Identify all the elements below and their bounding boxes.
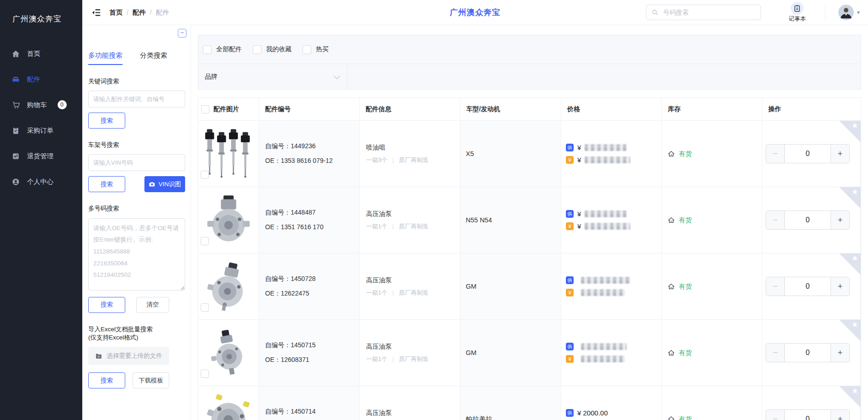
vin-search-button[interactable]: 搜索: [88, 176, 125, 192]
vin-search-label: 车架号搜索: [88, 141, 185, 149]
download-template-button[interactable]: 下载模板: [133, 372, 169, 388]
favorite-ribbon[interactable]: [839, 187, 861, 209]
search-filter-panel: − 多功能搜索 分类搜索 关键词搜索 搜索 车架号搜索 搜索 VIN识图 多号码…: [82, 25, 191, 420]
excel-search-button[interactable]: 搜索: [88, 372, 125, 388]
model-engine: N55 N54: [466, 216, 557, 224]
pack-spec: 一箱1个: [366, 289, 387, 297]
decrease-button[interactable]: −: [766, 344, 784, 362]
vin-input[interactable]: [88, 154, 185, 171]
filter-my-favorites[interactable]: 我的收藏: [253, 45, 292, 54]
clear-button[interactable]: 清空: [136, 297, 169, 313]
user-menu[interactable]: ▾: [838, 5, 860, 20]
warehouse-icon: [667, 349, 675, 357]
keyword-search-input[interactable]: [88, 91, 185, 108]
quantity-input[interactable]: [784, 344, 831, 362]
row-checkbox[interactable]: [201, 171, 209, 179]
content: − 多功能搜索 分类搜索 关键词搜索 搜索 车架号搜索 搜索 VIN识图 多号码…: [82, 25, 868, 420]
file-upload-label: 选择需要上传的文件: [107, 352, 162, 360]
favorite-ribbon[interactable]: [839, 253, 861, 275]
model-engine: 帕拉美拉: [466, 415, 557, 420]
part-photo[interactable]: [203, 325, 254, 381]
filter-hot[interactable]: 热买: [303, 45, 329, 54]
notepad-button[interactable]: 记事本: [788, 2, 806, 23]
favorite-ribbon[interactable]: [839, 121, 861, 142]
sidebar-item-returns[interactable]: 退货管理: [0, 143, 82, 169]
panel-collapse-button[interactable]: −: [178, 29, 186, 38]
supply-price: ¥: [577, 210, 581, 218]
multi-number-textarea[interactable]: [88, 218, 185, 291]
sidebar-item-label: 个人中心: [27, 178, 53, 186]
increase-button[interactable]: +: [831, 277, 849, 296]
keyword-search-button[interactable]: 搜索: [88, 113, 125, 129]
select-all-checkbox[interactable]: [201, 105, 209, 113]
cart-icon: [11, 101, 20, 109]
oe-label: OE：: [265, 290, 281, 297]
part-photo[interactable]: [203, 391, 254, 420]
part-name: 高压油泵: [366, 210, 456, 218]
sidebar-item-cart[interactable]: 购物车 0: [0, 92, 82, 118]
cart-count-badge: 0: [58, 100, 67, 109]
user-icon: [11, 178, 20, 186]
quantity-input[interactable]: [784, 410, 831, 420]
quantity-input[interactable]: [784, 211, 831, 229]
self-number-label: 自编号：: [265, 275, 291, 282]
row-checkbox[interactable]: [201, 237, 209, 245]
tab-category-search[interactable]: 分类搜索: [140, 51, 167, 65]
sidebar-item-purchase-orders[interactable]: 采购订单: [0, 118, 82, 143]
oe-label: OE：: [265, 356, 281, 363]
increase-button[interactable]: +: [831, 410, 849, 420]
sidebar: 广州澳众奔宝 首页 配件 购物车 0 采购订单 退货管理 个人中心: [0, 0, 82, 420]
self-number-label: 自编号：: [265, 209, 291, 216]
sidebar-item-home[interactable]: 首页: [0, 41, 82, 66]
favorite-ribbon[interactable]: [839, 320, 861, 341]
decrease-button[interactable]: −: [766, 211, 784, 229]
header-right: 记事本 ▾: [646, 2, 860, 23]
warehouse-icon: [667, 283, 675, 291]
info-divider: |: [392, 156, 394, 163]
multi-search-button[interactable]: 搜索: [88, 297, 125, 313]
warehouse-icon: [667, 216, 675, 224]
increase-button[interactable]: +: [831, 211, 849, 229]
part-photo[interactable]: [203, 258, 254, 314]
supply-price-icon: 供: [566, 144, 574, 151]
row-checkbox[interactable]: [201, 370, 209, 378]
sidebar-item-parts[interactable]: 配件: [0, 66, 82, 92]
chevron-down-icon: ▾: [857, 9, 860, 16]
excel-import-line2: (仅支持Excel格式): [88, 334, 185, 342]
part-photo[interactable]: [203, 126, 254, 182]
checkbox-all-parts[interactable]: [203, 45, 212, 54]
warehouse-icon: [667, 150, 675, 158]
info-divider: |: [392, 355, 394, 362]
checkbox-my-favorites[interactable]: [253, 45, 261, 54]
quick-filter-bar: 全部配件 我的收藏 热买: [198, 35, 861, 64]
sidebar-item-profile[interactable]: 个人中心: [0, 169, 82, 194]
origin-type: 原厂再制造: [399, 355, 429, 363]
decrease-button[interactable]: −: [766, 277, 784, 296]
number-search-input[interactable]: [663, 9, 756, 16]
row-checkbox[interactable]: [201, 303, 209, 312]
increase-button[interactable]: +: [831, 145, 849, 163]
retail-price-icon: ¥: [566, 355, 574, 363]
supply-price-icon: 供: [566, 276, 574, 284]
table-header: 配件图片 配件编号 配件信息 车型/发动机 价格 库存 操作: [198, 98, 861, 121]
stock-label: 有货: [679, 216, 692, 225]
quantity-input[interactable]: [784, 145, 831, 163]
decrease-button[interactable]: −: [766, 410, 784, 420]
favorite-ribbon[interactable]: [839, 386, 861, 408]
filter-label: 我的收藏: [266, 45, 292, 54]
checkbox-hot[interactable]: [303, 45, 311, 54]
breadcrumb-home[interactable]: 首页: [109, 8, 122, 17]
breadcrumb-parts[interactable]: 配件: [133, 8, 146, 17]
brand-dropdown[interactable]: 品牌: [198, 64, 348, 89]
filter-all-parts[interactable]: 全部配件: [203, 45, 242, 54]
tab-multi-search[interactable]: 多功能搜索: [88, 51, 122, 65]
file-upload-button[interactable]: 选择需要上传的文件: [88, 347, 169, 365]
increase-button[interactable]: +: [831, 344, 849, 362]
part-photo[interactable]: [203, 192, 254, 248]
return-icon: [11, 152, 20, 161]
vin-ocr-button[interactable]: VIN识图: [144, 176, 185, 192]
quantity-input[interactable]: [784, 277, 831, 296]
decrease-button[interactable]: −: [766, 145, 784, 163]
sidebar-collapse-icon[interactable]: [91, 8, 101, 17]
folder-icon: [95, 352, 102, 360]
